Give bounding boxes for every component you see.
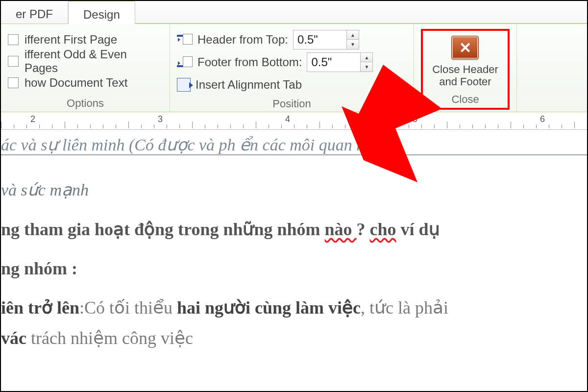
ruler-tick xyxy=(307,124,307,128)
ruler-tick xyxy=(243,124,244,128)
tab-design-label: Design xyxy=(83,8,120,22)
document-line[interactable]: iên trở lên:Có tối thiểu hai người cùng … xyxy=(1,297,587,318)
ruler-tick xyxy=(154,124,154,128)
ruler-tick xyxy=(52,124,52,128)
text-fragment: iên trở lên xyxy=(1,298,79,318)
spinner-down-icon[interactable]: ▼ xyxy=(361,62,372,72)
footer-spinner[interactable]: ▲ ▼ xyxy=(361,52,373,72)
insert-alignment-tab-button[interactable]: Insert Alignment Tab xyxy=(177,74,407,96)
ruler-tick xyxy=(269,124,269,128)
ruler-tick xyxy=(523,124,524,128)
ruler-tick xyxy=(472,124,473,128)
spinner-up-icon[interactable]: ▲ xyxy=(361,53,372,62)
ruler-tick xyxy=(116,124,116,128)
ruler-tick xyxy=(281,124,282,128)
ruler-tick xyxy=(421,124,422,128)
group-options-label: Options xyxy=(8,95,163,110)
close-header-footer-label-2: and Footer xyxy=(432,75,498,88)
spinner-down-icon[interactable]: ▼ xyxy=(347,40,359,49)
document-line[interactable]: và sức mạnh xyxy=(1,180,587,199)
ruler-tick xyxy=(460,124,460,128)
ruler-tick xyxy=(179,124,180,128)
ruler-tick xyxy=(332,124,333,128)
footer-from-bottom-row: Footer from Bottom: ▲ ▼ xyxy=(177,51,407,73)
footer-from-bottom-label: Footer from Bottom: xyxy=(197,55,302,69)
text-fragment: vác xyxy=(1,328,26,348)
ruler-number: 2 xyxy=(30,114,35,124)
text-fragment: ? xyxy=(357,220,370,239)
ruler-tick xyxy=(218,124,218,128)
ruler-tick xyxy=(39,124,40,128)
close-x-icon: ✕ xyxy=(451,36,479,59)
checkbox-odd-even[interactable]: ifferent Odd & Even Pages xyxy=(8,50,163,72)
ruler-number: 4 xyxy=(285,114,290,124)
document-line[interactable]: ng tham gia hoạt động trong những nhóm n… xyxy=(1,219,587,240)
ruler-number: 5 xyxy=(413,114,417,124)
ruler-tick xyxy=(536,124,537,128)
tab-design[interactable]: Design xyxy=(68,1,135,24)
ruler-tick xyxy=(587,124,588,128)
checkbox-show-document-text[interactable]: how Document Text xyxy=(8,72,163,94)
ruler-tick xyxy=(396,124,396,128)
tab-pdf-label: er PDF xyxy=(16,7,53,21)
horizontal-ruler[interactable]: 2 3 4 5 6 xyxy=(1,112,587,130)
header-from-top-row: Header from Top: ▲ ▼ xyxy=(177,29,407,50)
ruler-tick xyxy=(1,122,1,128)
odd-even-label: ifferent Odd & Even Pages xyxy=(24,48,163,75)
header-from-top-icon xyxy=(177,34,193,46)
footer-from-bottom-icon xyxy=(177,56,193,68)
ruler-number: 3 xyxy=(158,114,163,124)
ruler-tick xyxy=(90,124,91,128)
ruler-tick xyxy=(294,124,294,128)
document-line[interactable]: ng nhóm : xyxy=(1,258,587,279)
close-header-footer-button[interactable]: ✕ Close Header and Footer xyxy=(432,34,498,88)
ribbon-tabs: er PDF Design xyxy=(1,1,587,24)
ruler-tick xyxy=(141,124,142,128)
ruler-tick xyxy=(434,124,435,128)
header-spinner[interactable]: ▲ ▼ xyxy=(347,30,359,49)
footer-from-bottom-input[interactable] xyxy=(307,52,361,72)
ruler-tick xyxy=(77,124,78,128)
ruler-tick xyxy=(26,124,27,128)
group-position: Header from Top: ▲ ▼ Footer from Bottom: xyxy=(170,24,414,112)
text-fragment: ví dụ xyxy=(396,220,440,239)
close-header-footer-highlight: ✕ Close Header and Footer Close xyxy=(421,29,510,110)
ruler-tick xyxy=(370,124,371,128)
text-fragment-wavy: nào xyxy=(325,220,357,239)
text-fragment: , tức là phải xyxy=(361,298,448,318)
group-close-label: Close xyxy=(451,93,479,106)
document-line[interactable]: vác trách nhiệm công việc xyxy=(1,328,587,348)
checkbox-icon xyxy=(8,56,19,67)
text-fragment: :Có tối thiểu xyxy=(79,298,177,318)
ruler-tick xyxy=(65,122,65,128)
page-header-text[interactable]: ác và sự liên minh (Có được và ph ển các… xyxy=(1,135,587,155)
spinner-up-icon[interactable]: ▲ xyxy=(347,30,359,40)
checkbox-icon xyxy=(8,77,19,88)
ruler-tick xyxy=(562,124,562,128)
ruler-tick xyxy=(383,122,384,128)
text-fragment-wavy: cho xyxy=(370,220,396,239)
group-close: ✕ Close Header and Footer Close xyxy=(414,24,517,112)
group-options: ifferent First Page ifferent Odd & Even … xyxy=(1,24,170,112)
ruler-tick xyxy=(319,122,320,128)
text-fragment: trách nhiệm công việc xyxy=(26,328,193,348)
ruler-tick xyxy=(192,122,193,128)
ruler-tick xyxy=(549,124,549,128)
ruler-tick xyxy=(256,122,256,128)
ruler-tick xyxy=(574,122,575,128)
ribbon: ifferent First Page ifferent Odd & Even … xyxy=(1,24,587,112)
ruler-number: 6 xyxy=(540,114,545,124)
header-from-top-input[interactable] xyxy=(293,30,347,49)
document-area[interactable]: ác và sự liên minh (Có được và ph ển các… xyxy=(1,130,587,348)
close-header-footer-label-1: Close Header xyxy=(432,63,498,75)
different-first-page-label: ifferent First Page xyxy=(24,33,117,47)
ruler-tick xyxy=(167,124,167,128)
group-position-label: Position xyxy=(177,96,407,110)
tab-pdf[interactable]: er PDF xyxy=(1,1,68,24)
ruler-tick xyxy=(409,124,409,128)
ruler-tick xyxy=(345,124,345,128)
show-document-text-label: how Document Text xyxy=(24,76,127,90)
text-fragment: hai người cùng làm việc xyxy=(177,298,361,318)
header-from-top-label: Header from Top: xyxy=(197,33,288,47)
ruler-tick xyxy=(511,122,511,128)
